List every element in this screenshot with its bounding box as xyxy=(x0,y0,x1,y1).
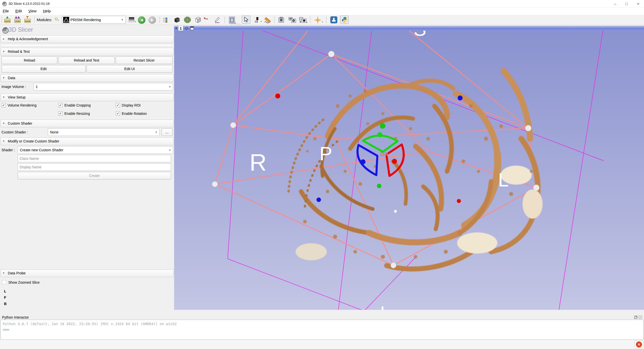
enable-resizing-checkbox[interactable]: ✓ xyxy=(58,111,63,116)
section-data-probe[interactable]: ▾ Data Probe xyxy=(1,269,174,277)
display-name-input[interactable] xyxy=(18,163,171,171)
ruler-icon[interactable] xyxy=(264,16,271,25)
reload-and-test-button[interactable]: Reload and Test xyxy=(58,57,115,64)
save-icon[interactable]: SAVE xyxy=(24,16,31,23)
show-zoomed-slice-checkbox[interactable] xyxy=(2,280,6,284)
view-crosshair-icon[interactable] xyxy=(185,26,188,30)
crosshair-icon[interactable]: ▾ xyxy=(314,16,321,25)
threed-view[interactable]: ◀ 1 xyxy=(174,25,644,310)
section-custom-shader[interactable]: ▾ Custom Shader xyxy=(1,120,174,127)
reload-button[interactable]: Reload xyxy=(2,57,57,64)
module-history-icon[interactable]: ▾ xyxy=(129,17,134,22)
class-name-input[interactable] xyxy=(18,155,171,162)
scene-view-icon[interactable] xyxy=(288,16,296,24)
window-title: 3D Slicer 4.13.0-2022-01-16 xyxy=(9,2,50,6)
mouse-pointer-button[interactable] xyxy=(242,16,250,24)
navigate-back-icon[interactable]: ◀ xyxy=(138,16,145,24)
enable-cropping-checkbox[interactable]: ✓ xyxy=(58,103,63,107)
panel-app-title: 3D Slicer xyxy=(9,26,33,33)
chevron-down-icon: ▾ xyxy=(3,50,5,53)
menubar: File Edit View Help xyxy=(0,8,644,15)
pin-icon[interactable]: ◀ xyxy=(175,27,177,29)
chevron-down-icon: ▾ xyxy=(3,122,5,125)
window-level-icon[interactable]: ▾ xyxy=(254,16,260,24)
enable-rotation-checkbox[interactable]: ✓ xyxy=(116,111,120,116)
close-button[interactable]: × xyxy=(632,0,644,8)
module-selector[interactable]: PRISM Rendering ▼ xyxy=(62,16,126,24)
toolbar-separator xyxy=(310,17,311,23)
image-volume-select[interactable]: 1 ▼ xyxy=(33,83,173,90)
shader-select[interactable]: Create new Custom Shader ▼ xyxy=(18,146,173,154)
status-bar: ✕ xyxy=(0,340,644,349)
toolbar-grip[interactable] xyxy=(34,17,35,23)
error-log-button[interactable]: ✕ xyxy=(634,340,643,348)
sphere-widget-icon[interactable] xyxy=(183,16,192,24)
menu-edit[interactable]: Edit xyxy=(13,8,25,13)
close-panel-icon[interactable] xyxy=(639,316,642,319)
view-layout-icon[interactable] xyxy=(190,26,194,30)
probe-layer-l: L xyxy=(4,289,6,293)
module-search-icon[interactable] xyxy=(55,18,59,22)
annotation-pen-icon[interactable] xyxy=(214,16,220,24)
menu-file[interactable]: File xyxy=(0,8,12,13)
section-reload-test[interactable]: ▾ Reload & Test xyxy=(1,48,174,56)
chevron-down-icon: ▼ xyxy=(169,85,171,88)
shader-label: Shader : xyxy=(2,148,15,152)
modules-label: Modules: xyxy=(37,18,52,22)
volume-rendering-checkbox[interactable]: ✓ xyxy=(2,103,6,107)
edit-ui-button[interactable]: Edit UI xyxy=(87,65,173,73)
toolbar-grip[interactable] xyxy=(2,17,3,23)
extensions-icon[interactable] xyxy=(330,16,338,24)
orientation-letter-r: R xyxy=(250,151,267,174)
collapsed-content-strip xyxy=(1,44,174,46)
chevron-down-icon: ▼ xyxy=(169,149,171,152)
markups-fiducial-icon[interactable]: *** xyxy=(204,17,208,22)
screen-capture-icon[interactable] xyxy=(278,16,285,24)
custom-shader-more-button[interactable]: ... xyxy=(162,128,173,136)
image-volume-label: Image Volume : xyxy=(2,85,26,89)
undock-panel-icon[interactable] xyxy=(634,316,637,319)
display-roi-checkbox[interactable]: ✓ xyxy=(116,103,120,107)
prism-module-icon xyxy=(63,17,69,23)
maximize-button[interactable]: □ xyxy=(621,0,632,8)
python-console-button[interactable] xyxy=(340,16,349,24)
section-modify-create-shader[interactable]: ▾ Modify or Create Custom Shader xyxy=(1,137,174,145)
navigate-forward-icon[interactable]: ▶ xyxy=(148,16,156,24)
scene-view-restore-icon[interactable]: ▾ xyxy=(299,16,307,24)
chevron-down-icon: ▾ xyxy=(3,271,5,275)
custom-shader-label: Custom Shader : xyxy=(2,130,28,134)
python-interactor-title: Python Interactor xyxy=(2,315,29,319)
menu-help[interactable]: Help xyxy=(40,8,54,13)
main-area: 3D Slicer ▸ Help & Acknowledgement ▾ Rel… xyxy=(0,25,644,315)
viewport[interactable]: ROI R P L S I xyxy=(174,31,644,310)
volume-cube-icon[interactable] xyxy=(173,16,181,24)
toolbar-separator xyxy=(159,17,161,23)
view-controller-bar[interactable]: ◀ 1 xyxy=(174,25,644,31)
edit-button[interactable]: Edit xyxy=(2,65,86,73)
screenshot-icon[interactable]: ▾ xyxy=(228,16,236,25)
module-hierarchy-icon[interactable] xyxy=(163,16,170,24)
create-button[interactable]: Create xyxy=(18,172,171,179)
toolbar-separator xyxy=(274,17,275,23)
custom-shader-select[interactable]: None ▼ xyxy=(48,128,159,136)
section-help-acknowledgement[interactable]: ▸ Help & Acknowledgement xyxy=(1,35,174,43)
module-selector-value: PRISM Rendering xyxy=(70,18,101,22)
probe-layer-b: B xyxy=(4,302,7,306)
roi-widget-label: ROI xyxy=(380,152,388,157)
section-data[interactable]: ▾ Data xyxy=(1,74,174,82)
load-data-icon[interactable]: DATA xyxy=(4,16,11,23)
menu-view[interactable]: View xyxy=(26,8,39,13)
chevron-down-icon: ▾ xyxy=(3,76,5,79)
slicer-logo-icon xyxy=(2,1,7,6)
load-dicom-icon[interactable]: DCM xyxy=(14,16,21,23)
section-view-setup[interactable]: ▾ View Setup xyxy=(1,93,174,101)
probe-layer-f: F xyxy=(4,295,6,300)
minimize-button[interactable]: – xyxy=(609,0,621,8)
chevron-right-icon: ▸ xyxy=(3,37,5,40)
crop-grid-icon[interactable] xyxy=(195,16,201,24)
python-console[interactable]: Python 3.6.7 (default, Jan 16 2022, 23:2… xyxy=(1,320,643,340)
restart-slicer-button[interactable]: Restart Slicer xyxy=(116,57,173,64)
chevron-down-icon: ▼ xyxy=(121,18,124,21)
toolbar-separator xyxy=(326,17,327,23)
orientation-letter-i: I xyxy=(380,304,385,310)
